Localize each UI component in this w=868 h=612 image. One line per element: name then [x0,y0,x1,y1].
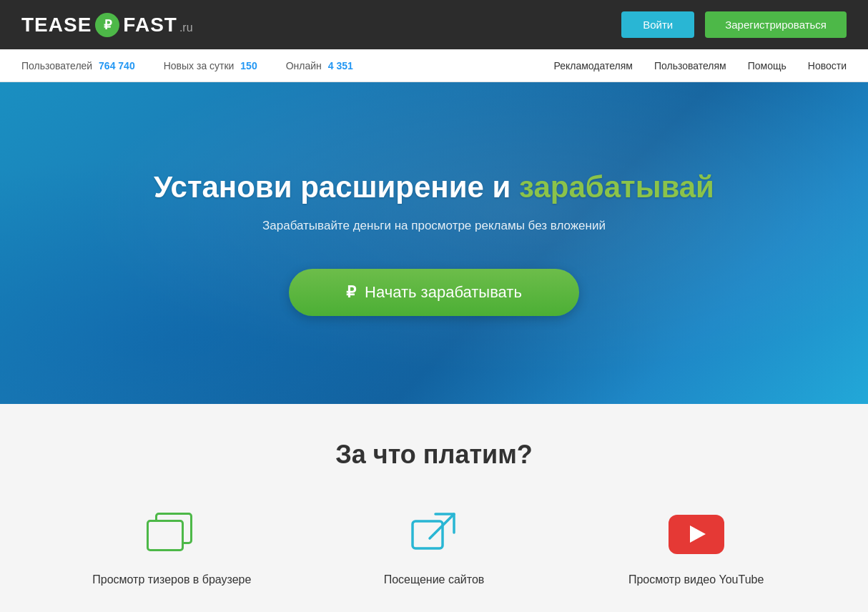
pay-card-youtube: Просмотр видео YouTube [565,505,827,586]
site-visit-svg [411,511,457,557]
stat-new-value: 150 [240,60,257,71]
start-earning-button[interactable]: ₽ Начать зарабатывать [289,269,579,316]
teaser-icon [143,505,200,563]
register-button[interactable]: Зарегистрироваться [705,11,847,38]
logo-tease-text: TEASE [21,14,92,36]
stat-online: Онлайн 4 351 [286,60,353,71]
stat-users-value: 764 740 [99,60,135,71]
main-nav: Рекламодателям Пользователям Помощь Ново… [554,60,847,71]
header-buttons: Войти Зарегистрироваться [621,11,847,38]
hero-title-part1: Установи расширение и [154,170,519,204]
pay-cards: Просмотр тизеров в браузере Посещение са… [41,505,827,586]
logo-ru-text: .ru [179,21,193,34]
header: TEASE ₽ FAST .ru Войти Зарегистрироватьс… [0,0,868,49]
pay-section: За что платим? Просмотр тизеров в браузе… [0,404,868,612]
hero-title: Установи расширение и зарабатывай [154,170,714,204]
stat-online-label: Онлайн [286,60,322,71]
youtube-play-icon [690,525,706,543]
youtube-icon [668,505,725,563]
stats-left: Пользователей 764 740 Новых за сутки 150… [21,60,353,71]
login-button[interactable]: Войти [621,11,694,38]
svg-rect-0 [413,521,443,548]
stats-bar: Пользователей 764 740 Новых за сутки 150… [0,49,868,82]
stat-new: Новых за сутки 150 [164,60,257,71]
start-earning-label: Начать зарабатывать [365,283,522,302]
logo-ruble-icon: ₽ [95,13,119,37]
pay-card-youtube-label: Просмотр видео YouTube [628,573,764,586]
hero-section: Установи расширение и зарабатывай Зараба… [0,82,868,404]
nav-users[interactable]: Пользователям [654,60,726,71]
stat-new-label: Новых за сутки [164,60,235,71]
pay-card-sites-label: Посещение сайтов [384,573,485,586]
hero-subtitle: Зарабатывайте деньги на просмотре реклам… [262,219,606,233]
pay-section-title: За что платим? [21,440,847,470]
nav-advertisers[interactable]: Рекламодателям [554,60,633,71]
stat-online-value: 4 351 [328,60,353,71]
youtube-logo [669,515,724,554]
logo: TEASE ₽ FAST .ru [21,13,193,37]
pay-card-teasers-label: Просмотр тизеров в браузере [92,573,251,586]
teaser-browser-icon [147,513,197,556]
pay-card-teasers: Просмотр тизеров в браузере [41,505,303,586]
nav-help[interactable]: Помощь [748,60,786,71]
stat-users: Пользователей 764 740 [21,60,135,71]
teaser-rect2 [147,520,184,551]
pay-card-sites: Посещение сайтов [303,505,566,586]
logo-fast-text: FAST [123,14,177,36]
site-visit-icon [405,505,463,563]
nav-news[interactable]: Новости [808,60,847,71]
hero-title-accent: зарабатывай [519,170,714,204]
stat-users-label: Пользователей [21,60,92,71]
ruble-icon: ₽ [346,283,356,302]
